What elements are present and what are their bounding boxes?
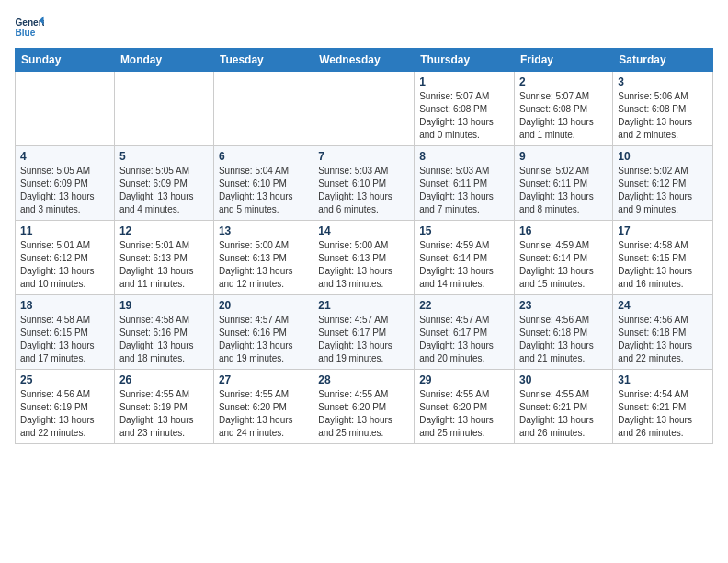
calendar-cell: 4Sunrise: 5:05 AM Sunset: 6:09 PM Daylig… <box>16 146 115 221</box>
calendar-cell: 24Sunrise: 4:56 AM Sunset: 6:18 PM Dayli… <box>613 295 713 370</box>
calendar-cell <box>313 72 415 146</box>
day-number: 17 <box>618 224 708 237</box>
day-number: 18 <box>20 299 109 312</box>
day-info: Sunrise: 4:57 AM Sunset: 6:16 PM Dayligh… <box>219 314 308 365</box>
day-info: Sunrise: 4:58 AM Sunset: 6:15 PM Dayligh… <box>618 239 708 291</box>
calendar-cell: 28Sunrise: 4:55 AM Sunset: 6:20 PM Dayli… <box>313 370 415 444</box>
day-info: Sunrise: 5:04 AM Sunset: 6:10 PM Dayligh… <box>219 165 308 216</box>
day-info: Sunrise: 4:58 AM Sunset: 6:15 PM Dayligh… <box>20 314 109 365</box>
day-number: 26 <box>119 373 209 386</box>
calendar-cell: 16Sunrise: 4:59 AM Sunset: 6:14 PM Dayli… <box>515 221 613 295</box>
day-number: 14 <box>318 224 409 237</box>
day-info: Sunrise: 5:03 AM Sunset: 6:11 PM Dayligh… <box>419 165 509 216</box>
svg-text:Blue: Blue <box>15 28 35 38</box>
day-info: Sunrise: 4:55 AM Sunset: 6:19 PM Dayligh… <box>119 388 209 440</box>
day-info: Sunrise: 5:07 AM Sunset: 6:08 PM Dayligh… <box>519 90 608 142</box>
calendar-cell <box>114 72 213 146</box>
calendar-cell: 6Sunrise: 5:04 AM Sunset: 6:10 PM Daylig… <box>213 146 313 221</box>
calendar-week-5: 25Sunrise: 4:56 AM Sunset: 6:19 PM Dayli… <box>16 370 713 444</box>
calendar-cell: 9Sunrise: 5:02 AM Sunset: 6:11 PM Daylig… <box>515 146 613 221</box>
calendar-cell: 22Sunrise: 4:57 AM Sunset: 6:17 PM Dayli… <box>415 295 515 370</box>
day-number: 3 <box>618 75 708 88</box>
calendar-cell: 20Sunrise: 4:57 AM Sunset: 6:16 PM Dayli… <box>213 295 313 370</box>
day-number: 28 <box>318 373 409 386</box>
calendar-cell: 23Sunrise: 4:56 AM Sunset: 6:18 PM Dayli… <box>515 295 613 370</box>
logo-icon: General Blue <box>15 15 44 40</box>
day-info: Sunrise: 4:56 AM Sunset: 6:19 PM Dayligh… <box>20 388 109 440</box>
calendar-cell <box>16 72 115 146</box>
day-number: 4 <box>20 150 109 163</box>
day-number: 30 <box>519 373 608 386</box>
day-info: Sunrise: 4:54 AM Sunset: 6:21 PM Dayligh… <box>618 388 708 440</box>
calendar-cell: 7Sunrise: 5:03 AM Sunset: 6:10 PM Daylig… <box>313 146 415 221</box>
weekday-header-tuesday: Tuesday <box>213 49 313 72</box>
calendar-cell: 14Sunrise: 5:00 AM Sunset: 6:13 PM Dayli… <box>313 221 415 295</box>
calendar-cell: 29Sunrise: 4:55 AM Sunset: 6:20 PM Dayli… <box>415 370 515 444</box>
calendar-week-2: 4Sunrise: 5:05 AM Sunset: 6:09 PM Daylig… <box>16 146 713 221</box>
day-number: 13 <box>219 224 308 237</box>
calendar-cell: 30Sunrise: 4:55 AM Sunset: 6:21 PM Dayli… <box>515 370 613 444</box>
calendar-cell: 10Sunrise: 5:02 AM Sunset: 6:12 PM Dayli… <box>613 146 713 221</box>
calendar-cell: 18Sunrise: 4:58 AM Sunset: 6:15 PM Dayli… <box>16 295 115 370</box>
day-info: Sunrise: 5:03 AM Sunset: 6:10 PM Dayligh… <box>318 165 409 216</box>
day-number: 9 <box>519 150 608 163</box>
day-info: Sunrise: 5:01 AM Sunset: 6:12 PM Dayligh… <box>20 239 109 291</box>
day-number: 31 <box>618 373 708 386</box>
day-number: 20 <box>219 299 308 312</box>
calendar-cell: 17Sunrise: 4:58 AM Sunset: 6:15 PM Dayli… <box>613 221 713 295</box>
calendar-cell: 19Sunrise: 4:58 AM Sunset: 6:16 PM Dayli… <box>114 295 213 370</box>
day-number: 19 <box>119 299 209 312</box>
weekday-header-friday: Friday <box>515 49 613 72</box>
day-info: Sunrise: 5:07 AM Sunset: 6:08 PM Dayligh… <box>419 90 509 142</box>
day-info: Sunrise: 4:59 AM Sunset: 6:14 PM Dayligh… <box>519 239 608 291</box>
svg-text:General: General <box>15 17 44 28</box>
calendar-cell: 15Sunrise: 4:59 AM Sunset: 6:14 PM Dayli… <box>415 221 515 295</box>
calendar-cell: 13Sunrise: 5:00 AM Sunset: 6:13 PM Dayli… <box>213 221 313 295</box>
calendar-table: SundayMondayTuesdayWednesdayThursdayFrid… <box>15 48 713 444</box>
calendar-cell: 26Sunrise: 4:55 AM Sunset: 6:19 PM Dayli… <box>114 370 213 444</box>
weekday-header-sunday: Sunday <box>16 49 115 72</box>
day-number: 24 <box>618 299 708 312</box>
day-number: 7 <box>318 150 409 163</box>
day-number: 25 <box>20 373 109 386</box>
calendar-week-3: 11Sunrise: 5:01 AM Sunset: 6:12 PM Dayli… <box>16 221 713 295</box>
calendar-cell: 5Sunrise: 5:05 AM Sunset: 6:09 PM Daylig… <box>114 146 213 221</box>
day-info: Sunrise: 4:56 AM Sunset: 6:18 PM Dayligh… <box>618 314 708 365</box>
day-number: 5 <box>119 150 209 163</box>
logo: General Blue <box>15 15 44 40</box>
day-number: 6 <box>219 150 308 163</box>
calendar-cell: 1Sunrise: 5:07 AM Sunset: 6:08 PM Daylig… <box>415 72 515 146</box>
weekday-header-thursday: Thursday <box>415 49 515 72</box>
day-info: Sunrise: 5:06 AM Sunset: 6:08 PM Dayligh… <box>618 90 708 142</box>
day-info: Sunrise: 4:56 AM Sunset: 6:18 PM Dayligh… <box>519 314 608 365</box>
calendar-week-1: 1Sunrise: 5:07 AM Sunset: 6:08 PM Daylig… <box>16 72 713 146</box>
day-number: 23 <box>519 299 608 312</box>
day-number: 27 <box>219 373 308 386</box>
day-info: Sunrise: 4:59 AM Sunset: 6:14 PM Dayligh… <box>419 239 509 291</box>
weekday-header-wednesday: Wednesday <box>313 49 415 72</box>
day-info: Sunrise: 4:57 AM Sunset: 6:17 PM Dayligh… <box>318 314 409 365</box>
day-number: 10 <box>618 150 708 163</box>
day-number: 29 <box>419 373 509 386</box>
day-info: Sunrise: 4:55 AM Sunset: 6:20 PM Dayligh… <box>419 388 509 440</box>
day-info: Sunrise: 4:55 AM Sunset: 6:20 PM Dayligh… <box>219 388 308 440</box>
calendar-week-4: 18Sunrise: 4:58 AM Sunset: 6:15 PM Dayli… <box>16 295 713 370</box>
calendar-cell: 25Sunrise: 4:56 AM Sunset: 6:19 PM Dayli… <box>16 370 115 444</box>
day-number: 11 <box>20 224 109 237</box>
day-number: 22 <box>419 299 509 312</box>
calendar-cell: 8Sunrise: 5:03 AM Sunset: 6:11 PM Daylig… <box>415 146 515 221</box>
day-number: 8 <box>419 150 509 163</box>
day-info: Sunrise: 5:02 AM Sunset: 6:11 PM Dayligh… <box>519 165 608 216</box>
calendar-cell: 27Sunrise: 4:55 AM Sunset: 6:20 PM Dayli… <box>213 370 313 444</box>
weekday-header-monday: Monday <box>114 49 213 72</box>
day-number: 1 <box>419 75 509 88</box>
day-number: 2 <box>519 75 608 88</box>
day-info: Sunrise: 4:55 AM Sunset: 6:20 PM Dayligh… <box>318 388 409 440</box>
day-number: 16 <box>519 224 608 237</box>
calendar-cell: 31Sunrise: 4:54 AM Sunset: 6:21 PM Dayli… <box>613 370 713 444</box>
day-info: Sunrise: 5:01 AM Sunset: 6:13 PM Dayligh… <box>119 239 209 291</box>
calendar-cell: 2Sunrise: 5:07 AM Sunset: 6:08 PM Daylig… <box>515 72 613 146</box>
day-info: Sunrise: 5:00 AM Sunset: 6:13 PM Dayligh… <box>219 239 308 291</box>
day-info: Sunrise: 5:05 AM Sunset: 6:09 PM Dayligh… <box>119 165 209 216</box>
page-header: General Blue <box>15 15 713 40</box>
